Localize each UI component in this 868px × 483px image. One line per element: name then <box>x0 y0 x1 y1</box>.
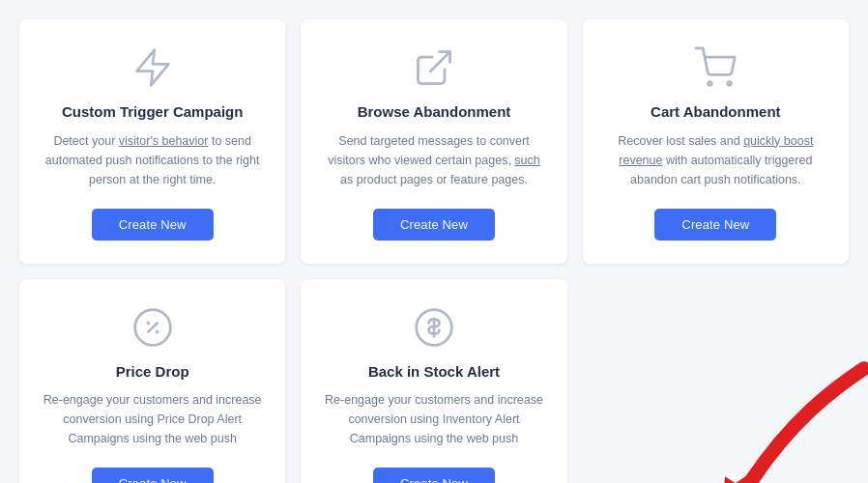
card-desc-custom-trigger: Detect your visitor's behavior to send a… <box>43 131 262 189</box>
card-custom-trigger: Custom Trigger Campaign Detect your visi… <box>19 19 285 264</box>
card-title-browse-abandonment: Browse Abandonment <box>358 102 511 122</box>
card-title-cart-abandonment: Cart Abandonment <box>651 102 780 122</box>
card-price-drop: Price Drop Re-engage your customers and … <box>19 279 285 484</box>
cart-icon <box>694 46 737 89</box>
card-browse-abandonment: Browse Abandonment Send targeted message… <box>301 19 566 264</box>
svg-line-0 <box>430 52 449 71</box>
dollar-icon <box>413 306 455 349</box>
bolt-icon <box>131 46 174 89</box>
card-title-back-in-stock: Back in Stock Alert <box>368 362 500 382</box>
svg-point-6 <box>156 330 158 332</box>
card-back-in-stock: Back in Stock Alert Re-engage your custo… <box>301 279 566 484</box>
create-new-button-cart-abandonment[interactable]: Create New <box>654 209 776 241</box>
svg-point-5 <box>147 322 149 324</box>
svg-point-2 <box>728 82 732 86</box>
card-cart-abandonment: Cart Abandonment Recover lost sales and … <box>583 19 849 264</box>
create-new-button-back-in-stock[interactable]: Create New <box>373 468 495 483</box>
percent-icon <box>131 306 174 349</box>
create-new-button-browse-abandonment[interactable]: Create New <box>373 209 495 241</box>
card-title-custom-trigger: Custom Trigger Campaign <box>62 102 244 122</box>
card-desc-back-in-stock: Re-engage your customers and increase co… <box>324 390 543 448</box>
card-desc-browse-abandonment: Send targeted messages to convert visito… <box>324 131 543 189</box>
external-link-icon <box>413 46 455 89</box>
campaign-grid: Custom Trigger Campaign Detect your visi… <box>19 19 849 483</box>
svg-point-1 <box>709 82 712 86</box>
create-new-button-price-drop[interactable]: Create New <box>92 468 214 483</box>
page-wrapper: Custom Trigger Campaign Detect your visi… <box>19 19 849 483</box>
card-title-price-drop: Price Drop <box>116 362 189 382</box>
svg-line-4 <box>148 323 157 331</box>
card-desc-price-drop: Re-engage your customers and increase co… <box>43 390 262 448</box>
create-new-button-custom-trigger[interactable]: Create New <box>92 209 214 241</box>
card-desc-cart-abandonment: Recover lost sales and quickly boost rev… <box>606 131 825 189</box>
